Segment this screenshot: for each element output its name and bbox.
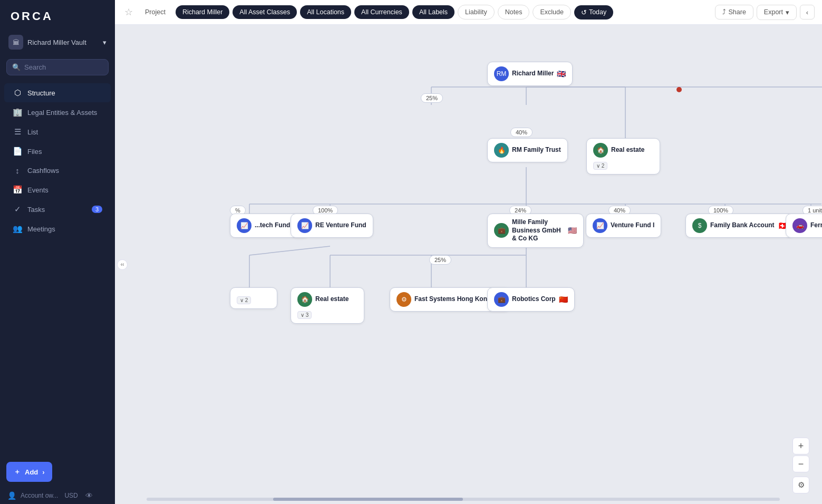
node-icon-family-bank: $ — [692, 218, 707, 233]
sidebar-collapse-button[interactable]: ‹‹ — [117, 259, 128, 270]
sidebar-item-label: Events — [27, 186, 49, 194]
sidebar-item-meetings[interactable]: 👥 Meetings — [4, 219, 111, 238]
main-content: ☆ Project Richard Miller All Asset Class… — [115, 0, 822, 504]
structure-icon: ⬡ — [13, 88, 22, 98]
canvas-settings-button[interactable]: ⚙ — [792, 477, 809, 493]
node-title-venture: Venture Fund I — [611, 221, 654, 230]
sidebar-item-list[interactable]: ☰ List — [4, 122, 111, 141]
share-button[interactable]: ⤴ Share — [715, 5, 753, 20]
node-icon-venture: 📈 — [593, 218, 607, 233]
app-logo: ORCA — [0, 0, 115, 31]
toggle-exclude-button[interactable]: Exclude — [533, 5, 570, 20]
sidebar-item-cashflows[interactable]: ↕ Cashflows — [4, 161, 111, 180]
account-person-icon: 👤 — [7, 491, 16, 500]
files-icon: 📄 — [13, 147, 22, 156]
node-icon-fast-systems: ⚙ — [397, 292, 411, 307]
node-expand-real-estate-bottom[interactable]: ∨ 3 — [297, 311, 312, 319]
node-rm-family-trust[interactable]: 🔥 RM Family Trust — [487, 138, 568, 162]
toggle-liability-button[interactable]: Liability — [458, 5, 495, 20]
node-richard-miller[interactable]: RM Richard Miller 🇬🇧 — [487, 62, 573, 86]
vault-selector[interactable]: 🏛 Richard Miller Vault ▾ — [0, 31, 115, 54]
node-mille-family[interactable]: 💼 Mille Family Business GmbH & Co KG 🇺🇸 — [487, 214, 584, 248]
add-button[interactable]: ＋ Add › — [6, 462, 52, 482]
node-icon-richard: RM — [494, 66, 509, 81]
sidebar-item-label: Structure — [27, 89, 55, 97]
node-real-estate-bottom[interactable]: 🏠 Real estate ∨ 3 — [291, 287, 364, 324]
filter-asset-class-button[interactable]: All Asset Classes — [233, 5, 297, 19]
list-icon: ☰ — [13, 127, 22, 137]
sidebar-item-structure[interactable]: ⬡ Structure — [4, 83, 111, 102]
node-venture-fund[interactable]: 📈 Venture Fund I — [586, 214, 661, 238]
connection-lines — [115, 25, 822, 504]
sidebar-item-events[interactable]: 📅 Events — [4, 180, 111, 199]
node-icon-real-estate-bottom: 🏠 — [297, 292, 312, 307]
today-button[interactable]: ↺ Today — [574, 5, 613, 20]
filter-person-button[interactable]: Richard Miller — [176, 5, 229, 19]
node-icon-trust: 🔥 — [494, 143, 509, 158]
filter-labels-button[interactable]: All Labels — [412, 5, 454, 19]
node-flag-robotics: 🇨🇳 — [559, 295, 568, 304]
sidebar-item-tasks[interactable]: ✓ Tasks 3 — [4, 200, 111, 219]
node-family-bank[interactable]: $ Family Bank Account 🇨🇭 — [685, 214, 794, 238]
node-real-estate-mid[interactable]: ∨ 2 — [230, 287, 277, 309]
vault-chevron-icon: ▾ — [103, 38, 107, 46]
sidebar-item-label: Cashflows — [27, 167, 59, 175]
project-button[interactable]: Project — [138, 5, 172, 19]
nav-back-arrow[interactable]: ‹ — [800, 5, 815, 20]
cashflows-icon: ↕ — [13, 166, 22, 175]
node-title-real-estate-bottom: Real estate — [315, 295, 349, 304]
node-icon-robotics: 💼 — [494, 292, 509, 307]
node-real-estate-top[interactable]: 🏠 Real estate ∨ 2 — [586, 138, 660, 175]
node-title-real-estate-top: Real estate — [611, 146, 644, 154]
export-chevron-icon: ▾ — [786, 8, 789, 16]
node-title-ferrari: Ferrari — [810, 221, 822, 230]
sidebar: ORCA 🏛 Richard Miller Vault ▾ 🔍 ⬡ Struct… — [0, 0, 115, 504]
sidebar-item-label: Files — [27, 148, 42, 156]
topbar: ☆ Project Richard Miller All Asset Class… — [115, 0, 822, 25]
node-title-robotics: Robotics Corp — [512, 295, 556, 304]
filter-locations-button[interactable]: All Locations — [300, 5, 351, 19]
node-icon-mille: 💼 — [494, 223, 509, 238]
horizontal-scrollbar[interactable] — [147, 498, 780, 501]
sidebar-item-label: Tasks — [27, 206, 45, 214]
currency-label: USD — [64, 492, 78, 499]
account-row: 👤 Account ow... USD 👁 — [0, 487, 115, 504]
node-ferrari[interactable]: 🚗 Ferrari 🇨🇭 — [786, 214, 822, 238]
node-re-venture-fund[interactable]: 📈 RE Venture Fund — [291, 214, 373, 238]
node-flag-richard: 🇬🇧 — [557, 70, 566, 78]
node-title-mille: Mille Family Business GmbH & Co KG — [512, 218, 565, 243]
visibility-icon[interactable]: 👁 — [85, 491, 93, 500]
sidebar-item-files[interactable]: 📄 Files — [4, 142, 111, 161]
sidebar-nav: ⬡ Structure 🏢 Legal Entities & Assets ☰ … — [0, 81, 115, 457]
zoom-controls: + − — [792, 438, 809, 472]
node-flag-mille: 🇺🇸 — [568, 226, 577, 235]
scrollbar-thumb — [273, 498, 463, 501]
node-icon-real-estate-top: 🏠 — [593, 143, 608, 158]
tasks-icon: ✓ — [13, 205, 22, 214]
percent-badge-25-top: 25% — [421, 93, 443, 103]
node-icon-ferrari: 🚗 — [792, 218, 807, 233]
node-icon-tech-fund: 📈 — [237, 218, 252, 233]
filter-currencies-button[interactable]: All Currencies — [354, 5, 409, 19]
search-container: 🔍 — [6, 59, 109, 75]
legal-entities-icon: 🏢 — [13, 108, 22, 117]
add-button-label: Add — [25, 468, 38, 476]
search-icon: 🔍 — [12, 63, 21, 71]
search-input[interactable] — [24, 63, 103, 71]
node-expand-real-estate-mid[interactable]: ∨ 2 — [237, 296, 251, 304]
sidebar-item-legal-entities[interactable]: 🏢 Legal Entities & Assets — [4, 103, 111, 122]
zoom-out-button[interactable]: − — [792, 455, 809, 472]
zoom-in-button[interactable]: + — [792, 438, 809, 454]
account-label: Account ow... — [21, 492, 58, 499]
node-expand-real-estate-top[interactable]: ∨ 2 — [593, 162, 607, 170]
toggle-notes-button[interactable]: Notes — [498, 5, 530, 20]
structure-canvas: 25% RM Richard Miller 🇬🇧 40% 🔥 RM Family… — [115, 25, 822, 504]
export-button[interactable]: Export ▾ — [757, 5, 797, 20]
sidebar-item-label: Legal Entities & Assets — [27, 109, 97, 117]
notification-dot — [676, 87, 682, 92]
today-label: Today — [589, 8, 606, 16]
sidebar-item-label: List — [27, 128, 38, 136]
share-label: Share — [729, 8, 746, 16]
node-robotics-corp[interactable]: 💼 Robotics Corp 🇨🇳 — [487, 287, 575, 312]
favorite-star-icon[interactable]: ☆ — [122, 4, 135, 20]
